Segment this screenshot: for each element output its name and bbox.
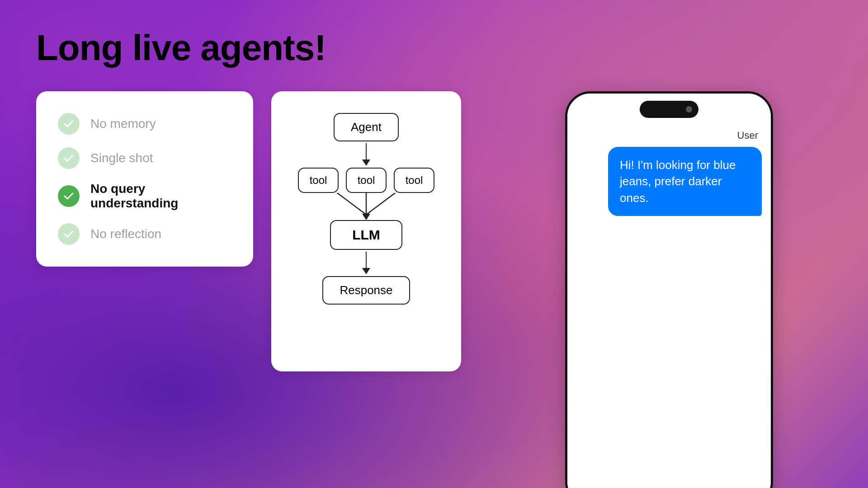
response-box: Response (322, 276, 410, 305)
list-item: No reflection (58, 223, 231, 245)
check-label-no-reflection: No reflection (90, 227, 161, 241)
tool-box-3: tool (394, 168, 434, 193)
page-title: Long live agents! (36, 27, 832, 69)
merge-arrow (316, 193, 416, 220)
tool-box-1: tool (298, 168, 339, 193)
check-icon-no-query (58, 185, 80, 207)
svg-marker-3 (362, 214, 370, 220)
main-row: No memory Single shot No query understan… (36, 91, 832, 488)
llm-box: LLM (330, 220, 402, 250)
phone-notch (640, 101, 698, 118)
svg-line-0 (337, 193, 366, 215)
svg-line-1 (366, 193, 395, 215)
check-icon-no-memory (58, 113, 80, 135)
tools-row: tool tool tool (298, 168, 434, 193)
page-content: Long live agents! No memory Single shot (0, 0, 868, 488)
check-label-no-query: No query understanding (90, 182, 231, 211)
flowchart-card: Agent tool tool tool (271, 91, 461, 371)
phone-wrap: User Hi! I'm looking for blue jeans, pre… (506, 91, 832, 488)
chat-bubble: Hi! I'm looking for blue jeans, prefer d… (608, 147, 762, 216)
arrow-agent-to-tools (362, 143, 370, 166)
arrow-llm-to-response (362, 252, 370, 274)
phone-mockup: User Hi! I'm looking for blue jeans, pre… (565, 91, 773, 488)
chat-user-label: User (576, 130, 762, 141)
check-icon-single-shot (58, 147, 80, 169)
list-item: Single shot (58, 147, 231, 169)
agent-box: Agent (334, 113, 399, 141)
tool-box-2: tool (346, 168, 387, 193)
check-icon-no-reflection (58, 223, 80, 245)
phone-screen: User Hi! I'm looking for blue jeans, pre… (567, 94, 771, 488)
check-label-single-shot: Single shot (90, 151, 153, 165)
phone-camera (686, 106, 692, 113)
list-item: No memory (58, 113, 231, 135)
checklist-card: No memory Single shot No query understan… (36, 91, 253, 267)
list-item: No query understanding (58, 182, 231, 211)
check-label-no-memory: No memory (90, 117, 156, 131)
